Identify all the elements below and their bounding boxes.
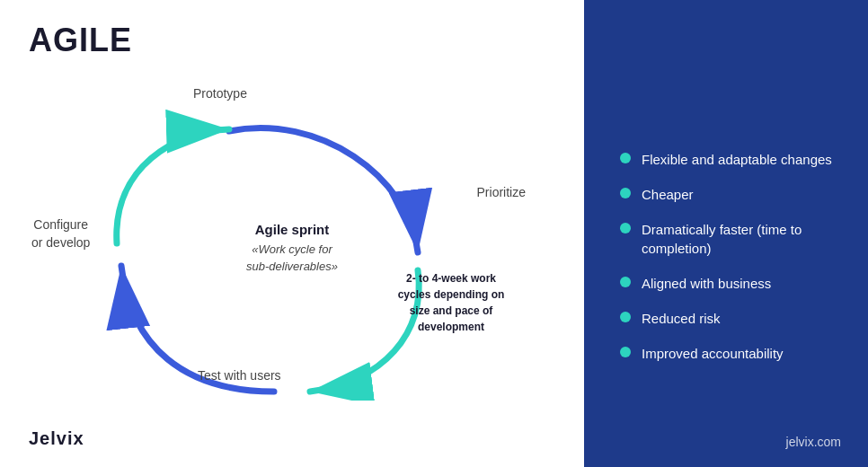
bullet-dot-3 <box>620 277 631 287</box>
label-test: Test with users <box>198 368 281 383</box>
benefit-item: Improved accountability <box>620 344 841 363</box>
bullet-dot-5 <box>620 347 631 357</box>
work-cycles-label: 2- to 4-week work cycles depending on si… <box>393 270 509 335</box>
benefit-item: Dramatically faster (time to completion) <box>620 220 841 258</box>
benefit-item: Reduced risk <box>620 309 841 328</box>
benefit-item: Cheaper <box>620 185 841 204</box>
bullet-dot-2 <box>620 223 631 234</box>
website-label: jelvix.com <box>786 435 841 449</box>
label-prototype: Prototype <box>193 86 247 101</box>
benefit-text-3: Aligned with business <box>642 274 771 293</box>
bullet-dot-1 <box>620 188 631 198</box>
sprint-title: Agile sprint <box>246 220 338 241</box>
bullet-dot-4 <box>620 312 631 322</box>
benefit-item: Flexible and adaptable changes <box>620 150 841 169</box>
benefit-text-4: Reduced risk <box>642 309 721 328</box>
center-text: Agile sprint «Work cycle forsub-delivera… <box>246 220 338 276</box>
brand-logo: Jelvix <box>29 428 84 449</box>
benefit-text-5: Improved accountability <box>642 344 784 363</box>
diagram-area: Prototype Prioritize Test with users Con… <box>31 77 553 419</box>
benefit-text-0: Flexible and adaptable changes <box>642 150 832 169</box>
benefits-list: Flexible and adaptable changes Cheaper D… <box>620 150 841 363</box>
page-title: AGILE <box>29 22 555 59</box>
sprint-subtitle: «Work cycle forsub-deliverables» <box>246 241 338 276</box>
benefit-text-1: Cheaper <box>642 185 694 204</box>
label-configure: Configureor develop <box>31 216 90 251</box>
label-prioritize: Prioritize <box>477 185 526 199</box>
benefit-text-2: Dramatically faster (time to completion) <box>642 220 841 258</box>
right-panel: Flexible and adaptable changes Cheaper D… <box>584 0 868 467</box>
benefit-item: Aligned with business <box>620 274 841 293</box>
left-panel: AGILE <box>0 0 584 467</box>
bullet-dot-0 <box>620 153 631 163</box>
